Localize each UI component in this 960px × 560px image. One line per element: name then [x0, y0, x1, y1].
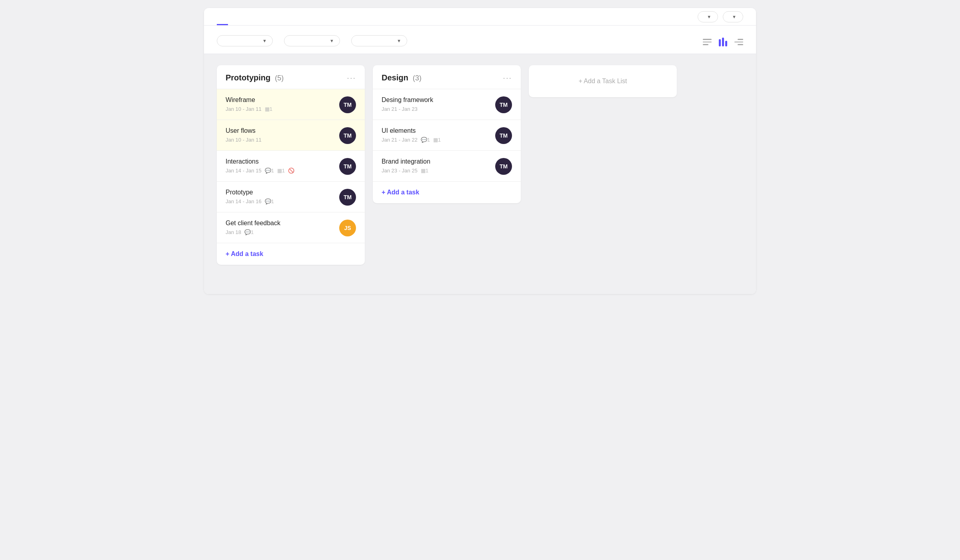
project-info-button[interactable]: ▼ — [723, 11, 743, 22]
tab-time[interactable] — [271, 8, 282, 25]
task-date-d1: Jan 21 - Jan 23 — [382, 106, 418, 112]
comment-icon: 💬1 — [244, 229, 254, 235]
task-card-t4[interactable]: PrototypeJan 14 - Jan 16💬1TM — [217, 181, 365, 212]
tab-discussions[interactable] — [230, 8, 242, 25]
column-design: Design (3)···Desing frameworkJan 21 - Ja… — [373, 65, 521, 203]
nav-right: ▼ ▼ — [698, 11, 743, 22]
people-chevron-icon: ▼ — [707, 14, 711, 19]
assigned-to-filter: ▼ — [217, 33, 273, 46]
column-count-prototyping: (5) — [273, 74, 284, 82]
task-date-t1: Jan 10 - Jan 11 — [226, 106, 262, 112]
filter-icon: ▦1 — [265, 106, 272, 112]
grouped-view-icon — [734, 39, 743, 45]
comment-icon: 💬1 — [265, 168, 274, 174]
column-title-design: Design — [382, 73, 408, 82]
task-meta-t5: Jan 18💬1 — [226, 229, 334, 235]
filter-icon: ▦1 — [277, 168, 285, 174]
task-date-t2: Jan 10 - Jan 11 — [226, 137, 262, 143]
column-prototyping: Prototyping (5)···WireframeJan 10 - Jan … — [217, 65, 365, 265]
avatar-t5: JS — [339, 220, 356, 236]
add-task-row-prototyping: + Add a task — [217, 243, 365, 265]
avatar-t4: TM — [339, 189, 356, 206]
avatar-t2: TM — [339, 127, 356, 144]
board-view-toggle[interactable] — [719, 38, 727, 46]
main-container: ▼ ▼ ▼ ▼ — [204, 8, 756, 294]
task-meta-d2: Jan 21 - Jan 22💬1▦1 — [382, 137, 490, 143]
board-area: Prototyping (5)···WireframeJan 10 - Jan … — [204, 54, 756, 294]
labeled-with-filter: ▼ — [351, 33, 407, 46]
column-menu-design[interactable]: ··· — [503, 73, 512, 82]
filter-icon: ▦1 — [433, 137, 441, 143]
task-card-d2[interactable]: UI elementsJan 21 - Jan 22💬1▦1TM — [373, 120, 521, 150]
grouped-view-toggle[interactable] — [734, 39, 743, 45]
tab-expenses[interactable] — [285, 8, 296, 25]
column-menu-prototyping[interactable]: ··· — [347, 73, 356, 82]
task-meta-t1: Jan 10 - Jan 11▦1 — [226, 106, 334, 112]
add-task-row-design: + Add a task — [373, 181, 521, 203]
task-meta-t3: Jan 14 - Jan 15💬1▦1🚫 — [226, 168, 334, 174]
add-task-list-button: + Add a Task List — [578, 78, 627, 85]
top-nav: ▼ ▼ — [204, 8, 756, 26]
filters-left: ▼ ▼ ▼ — [217, 33, 407, 46]
avatar-d1: TM — [495, 96, 512, 113]
column-header-design: Design (3)··· — [373, 65, 521, 89]
task-meta-t4: Jan 14 - Jan 16💬1 — [226, 198, 334, 204]
task-card-d1[interactable]: Desing frameworkJan 21 - Jan 23TM — [373, 89, 521, 120]
board-view-icon — [719, 38, 727, 46]
tab-tasks[interactable] — [217, 8, 228, 25]
tab-notes[interactable] — [258, 8, 269, 25]
list-view-toggle[interactable] — [703, 39, 712, 45]
task-name-d3: Brand integration — [382, 158, 490, 165]
task-name-t5: Get client feedback — [226, 220, 334, 227]
task-meta-d3: Jan 23 - Jan 25▦1 — [382, 168, 490, 174]
task-name-t1: Wireframe — [226, 96, 334, 104]
assigned-to-chevron-icon: ▼ — [262, 38, 267, 43]
filter-icon: ▦1 — [421, 168, 428, 174]
avatar-t3: TM — [339, 158, 356, 175]
avatar-d2: TM — [495, 127, 512, 144]
due-on-filter: ▼ — [284, 33, 340, 46]
tab-files[interactable] — [244, 8, 255, 25]
comment-icon: 💬1 — [421, 137, 430, 143]
avatar-t1: TM — [339, 96, 356, 113]
due-on-chevron-icon: ▼ — [330, 38, 334, 43]
task-card-t5[interactable]: Get client feedbackJan 18💬1JS — [217, 212, 365, 243]
column-header-prototyping: Prototyping (5)··· — [217, 65, 365, 89]
labeled-with-select[interactable]: ▼ — [351, 35, 407, 46]
labeled-with-chevron-icon: ▼ — [397, 38, 401, 43]
list-view-icon — [703, 39, 712, 45]
task-card-t3[interactable]: InteractionsJan 14 - Jan 15💬1▦1🚫TM — [217, 150, 365, 181]
column-title-prototyping: Prototyping — [226, 73, 270, 82]
add-task-list-column[interactable]: + Add a Task List — [529, 65, 677, 97]
task-name-t2: User flows — [226, 127, 334, 134]
task-date-t5: Jan 18 — [226, 229, 241, 235]
task-date-t3: Jan 14 - Jan 15 — [226, 168, 262, 174]
column-count-design: (3) — [411, 74, 422, 82]
project-info-chevron-icon: ▼ — [732, 14, 736, 19]
task-card-t1[interactable]: WireframeJan 10 - Jan 11▦1TM — [217, 89, 365, 120]
view-toggles — [703, 38, 743, 46]
task-date-d3: Jan 23 - Jan 25 — [382, 168, 418, 174]
task-name-t3: Interactions — [226, 158, 334, 165]
task-date-d2: Jan 21 - Jan 22 — [382, 137, 418, 143]
task-date-t4: Jan 14 - Jan 16 — [226, 198, 262, 204]
task-card-t2[interactable]: User flowsJan 10 - Jan 11TM — [217, 120, 365, 150]
filters-row: ▼ ▼ ▼ — [204, 26, 756, 54]
task-meta-d1: Jan 21 - Jan 23 — [382, 106, 490, 112]
task-name-d1: Desing framework — [382, 96, 490, 104]
nav-tabs — [217, 8, 310, 25]
task-meta-t2: Jan 10 - Jan 11 — [226, 137, 334, 143]
tab-activity[interactable] — [298, 8, 310, 25]
add-task-button-prototyping[interactable]: + Add a task — [226, 250, 263, 258]
comment-icon: 💬1 — [265, 198, 274, 204]
add-task-button-design[interactable]: + Add a task — [382, 189, 419, 196]
task-name-t4: Prototype — [226, 189, 334, 196]
assigned-to-select[interactable]: ▼ — [217, 35, 273, 46]
task-name-d2: UI elements — [382, 127, 490, 134]
avatar-d3: TM — [495, 158, 512, 175]
due-on-select[interactable]: ▼ — [284, 35, 340, 46]
people-button[interactable]: ▼ — [698, 11, 718, 22]
task-card-d3[interactable]: Brand integrationJan 23 - Jan 25▦1TM — [373, 150, 521, 181]
hidden-icon: 🚫 — [288, 168, 294, 174]
